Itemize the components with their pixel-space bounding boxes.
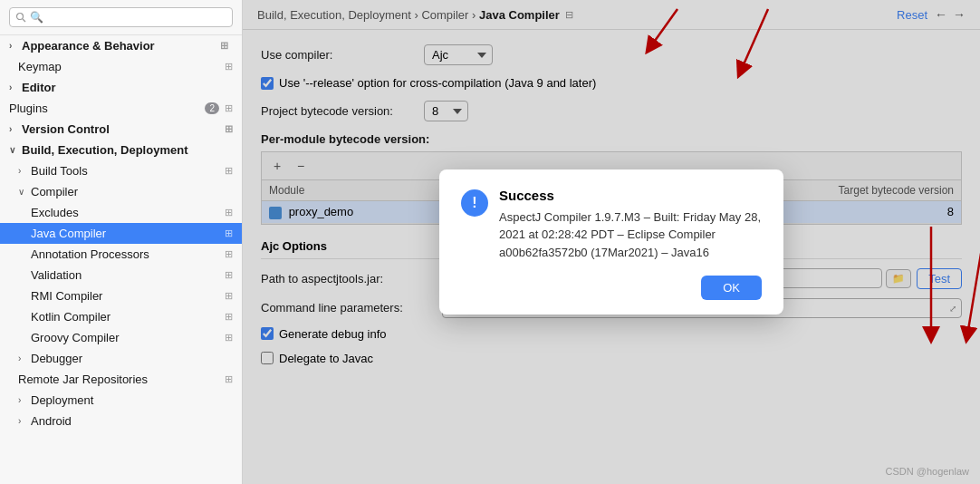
sidebar-item-remote-jar[interactable]: Remote Jar Repositories ⊞ — [0, 369, 242, 390]
sidebar-item-keymap[interactable]: Keymap ⊞ — [0, 56, 242, 77]
sidebar-item-compiler[interactable]: ∨ Compiler — [0, 181, 242, 202]
dialog-header: ! Success AspectJ Compiler 1.9.7.M3 – Bu… — [461, 188, 762, 262]
content-area: Build, Execution, Deployment › Compiler … — [243, 0, 980, 484]
search-bar — [0, 0, 242, 35]
sidebar-item-build-tools[interactable]: › Build Tools ⊞ — [0, 160, 242, 181]
file-icon: ⊞ — [225, 332, 233, 344]
sidebar-item-label: Deployment — [31, 393, 93, 407]
file-icon: ⊞ — [225, 102, 233, 114]
dialog-info-icon: ! — [461, 189, 488, 217]
dialog-message: AspectJ Compiler 1.9.7.M3 – Built: Frida… — [499, 208, 762, 262]
sidebar-item-build-execution[interactable]: ∨ Build, Execution, Deployment — [0, 140, 242, 160]
chevron-down-icon: ∨ — [9, 145, 20, 155]
chevron-right-icon: › — [18, 166, 29, 176]
file-icon: ⊞ — [225, 248, 233, 260]
sidebar-item-label: Version Control — [22, 122, 110, 136]
sidebar-item-version-control[interactable]: › Version Control ⊞ — [0, 119, 242, 140]
sidebar-item-label: Java Compiler — [31, 227, 106, 240]
sidebar-item-label: Compiler — [31, 185, 78, 198]
sidebar-item-label: Validation — [31, 268, 82, 282]
sidebar-item-label: Build Tools — [31, 164, 88, 178]
sidebar-item-rmi-compiler[interactable]: RMI Compiler ⊞ — [0, 286, 242, 306]
sidebar-item-java-compiler[interactable]: Java Compiler ⊞ — [0, 223, 242, 244]
plugins-badge: 2 — [205, 102, 219, 114]
chevron-down-icon: ∨ — [18, 187, 29, 197]
sidebar-item-label: Build, Execution, Deployment — [22, 143, 187, 157]
sidebar-item-label: Annotation Processors — [31, 247, 149, 261]
sidebar-item-label: Debugger — [31, 352, 82, 365]
sidebar-item-label: Appearance & Behavior — [22, 39, 155, 53]
sidebar-item-plugins[interactable]: Plugins 2 ⊞ — [0, 98, 242, 119]
file-icon: ⊞ — [225, 123, 233, 135]
sidebar-item-label: Android — [31, 414, 72, 428]
file-icon: ⊞ — [225, 61, 233, 73]
sidebar-item-groovy-compiler[interactable]: Groovy Compiler ⊞ — [0, 327, 242, 348]
dialog-ok-button[interactable]: OK — [701, 276, 762, 300]
chevron-right-icon: › — [18, 416, 29, 426]
dialog-overlay: ! Success AspectJ Compiler 1.9.7.M3 – Bu… — [243, 0, 980, 484]
sidebar-item-label: Remote Jar Repositories — [18, 373, 148, 386]
file-icon: ⊞ — [225, 269, 233, 281]
file-icon: ⊞ — [225, 311, 233, 323]
sidebar-item-validation[interactable]: Validation ⊞ — [0, 265, 242, 286]
dialog-body: Success AspectJ Compiler 1.9.7.M3 – Buil… — [499, 188, 762, 262]
sidebar-item-appearance[interactable]: › Appearance & Behavior ⊞ — [0, 35, 242, 56]
sidebar-item-label: Keymap — [18, 60, 62, 73]
file-icon: ⊞ — [225, 165, 233, 177]
dialog-title: Success — [499, 188, 762, 203]
sidebar-item-label: Excludes — [31, 206, 79, 219]
chevron-right-icon: › — [18, 353, 29, 363]
sidebar-item-editor[interactable]: › Editor — [0, 77, 242, 98]
sidebar-item-android[interactable]: › Android — [0, 411, 242, 431]
file-icon: ⊞ — [225, 373, 233, 385]
sidebar-item-debugger[interactable]: › Debugger — [0, 348, 242, 369]
chevron-right-icon: › — [9, 124, 20, 134]
file-icon: ⊞ — [225, 207, 233, 218]
sidebar-item-kotlin-compiler[interactable]: Kotlin Compiler ⊞ — [0, 306, 242, 327]
chevron-right-icon: › — [18, 395, 29, 405]
file-icon: ⊞ — [225, 227, 233, 239]
sidebar-item-label: Editor — [22, 81, 56, 94]
sidebar-item-label: Plugins — [9, 102, 48, 115]
file-icon: ⊞ — [220, 40, 233, 53]
sidebar-item-deployment[interactable]: › Deployment — [0, 390, 242, 411]
sidebar-item-label: Groovy Compiler — [31, 331, 120, 344]
sidebar-item-excludes[interactable]: Excludes ⊞ — [0, 202, 242, 223]
file-icon: ⊞ — [225, 290, 233, 302]
success-dialog: ! Success AspectJ Compiler 1.9.7.M3 – Bu… — [439, 169, 783, 315]
search-input[interactable] — [9, 7, 233, 27]
dialog-icon-label: ! — [472, 195, 476, 211]
sidebar: › Appearance & Behavior ⊞ Keymap ⊞ › Edi… — [0, 0, 243, 484]
sidebar-item-label: Kotlin Compiler — [31, 310, 110, 324]
sidebar-item-label: RMI Compiler — [31, 289, 102, 303]
chevron-right-icon: › — [9, 41, 20, 51]
chevron-right-icon: › — [9, 82, 20, 92]
dialog-footer: OK — [461, 276, 762, 300]
sidebar-item-annotation-processors[interactable]: Annotation Processors ⊞ — [0, 244, 242, 265]
